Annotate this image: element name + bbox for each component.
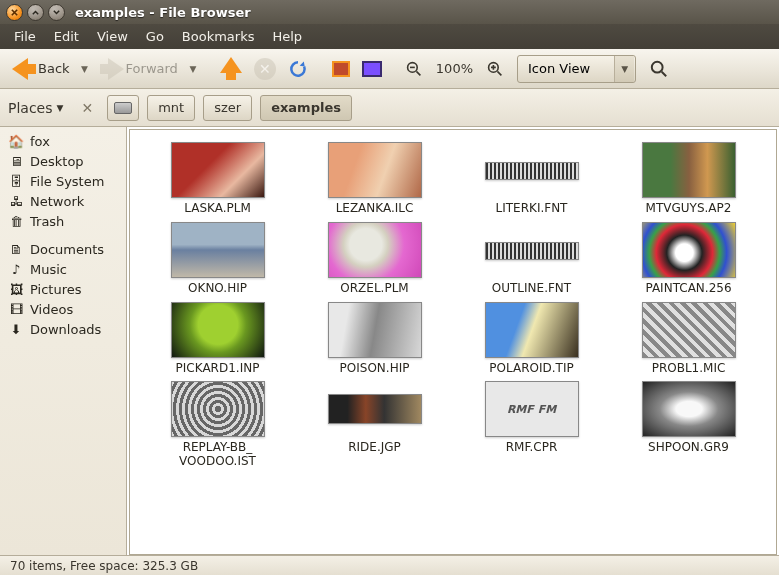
forward-button: Forward [96, 54, 182, 84]
file-item[interactable]: RMF FMRMF.CPR [462, 381, 602, 469]
file-item[interactable]: POISON.HIP [305, 302, 445, 376]
reload-button[interactable] [284, 54, 312, 84]
sidebar-item-desktop[interactable]: 🖥Desktop [0, 151, 126, 171]
file-name: OUTLINE.FNT [492, 282, 571, 296]
window-maximize-button[interactable] [48, 4, 65, 21]
drive-icon [114, 102, 132, 114]
back-button[interactable]: Back [8, 54, 74, 84]
sidebar-item-documents[interactable]: 🗎Documents [0, 239, 126, 259]
menu-go[interactable]: Go [138, 26, 172, 47]
path-segment-examples[interactable]: examples [260, 95, 352, 121]
search-icon [650, 60, 668, 78]
desktop-icon: 🖥 [8, 153, 24, 169]
zoom-in-button[interactable] [483, 54, 507, 84]
file-item[interactable]: ORZEL.PLM [305, 222, 445, 296]
file-item[interactable]: SHPOON.GR9 [619, 381, 759, 469]
file-name: LEZANKA.ILC [336, 202, 414, 216]
path-segment-szer[interactable]: szer [203, 95, 252, 121]
path-segment-mnt[interactable]: mnt [147, 95, 195, 121]
main-area: 🏠fox 🖥Desktop 🗄File System 🖧Network 🗑Tra… [0, 127, 779, 555]
file-item[interactable]: REPLAY-BB_ VOODOO.IST [148, 381, 288, 469]
file-name: POLAROID.TIP [489, 362, 573, 376]
status-text: 70 items, Free space: 325.3 GB [10, 559, 198, 573]
sidebar-item-pictures[interactable]: 🖼Pictures [0, 279, 126, 299]
file-thumbnail [171, 302, 265, 358]
pictures-icon: 🖼 [8, 281, 24, 297]
file-name: ORZEL.PLM [340, 282, 408, 296]
path-root-button[interactable] [107, 95, 139, 121]
back-label: Back [38, 61, 70, 76]
file-name: SHPOON.GR9 [648, 441, 729, 455]
file-thumbnail [328, 302, 422, 358]
menu-bookmarks[interactable]: Bookmarks [174, 26, 263, 47]
stop-button: ✕ [250, 54, 280, 84]
trash-icon: 🗑 [8, 213, 24, 229]
file-thumbnail [485, 242, 579, 260]
file-item[interactable]: PROBL1.MIC [619, 302, 759, 376]
file-item[interactable]: LITERKI.FNT [462, 142, 602, 216]
window-minimize-button[interactable] [27, 4, 44, 21]
stop-icon: ✕ [254, 58, 276, 80]
file-name: PICKARD1.INP [176, 362, 260, 376]
monitor-icon [362, 61, 382, 77]
up-button[interactable] [216, 54, 246, 84]
file-item[interactable]: LEZANKA.ILC [305, 142, 445, 216]
view-mode-combo[interactable]: Icon View ▼ [517, 55, 636, 83]
menu-help[interactable]: Help [264, 26, 310, 47]
menu-view[interactable]: View [89, 26, 136, 47]
file-name: LASKA.PLM [184, 202, 251, 216]
zoom-out-button[interactable] [402, 54, 426, 84]
file-name: PAINTCAN.256 [645, 282, 731, 296]
file-item[interactable]: MTVGUYS.AP2 [619, 142, 759, 216]
file-item[interactable]: PAINTCAN.256 [619, 222, 759, 296]
forward-history-dropdown: ▼ [186, 64, 200, 74]
window-titlebar: examples - File Browser [0, 0, 779, 24]
file-item[interactable]: PICKARD1.INP [148, 302, 288, 376]
file-name: RMF.CPR [506, 441, 557, 455]
zoom-in-icon [487, 61, 503, 77]
status-bar: 70 items, Free space: 325.3 GB [0, 555, 779, 575]
window-close-button[interactable] [6, 4, 23, 21]
downloads-icon: ⬇ [8, 321, 24, 337]
menubar: File Edit View Go Bookmarks Help [0, 24, 779, 49]
zoom-level: 100% [430, 61, 479, 76]
file-name: REPLAY-BB_ VOODOO.IST [179, 441, 256, 469]
file-item[interactable]: OKNO.HIP [148, 222, 288, 296]
sidebar-item-network[interactable]: 🖧Network [0, 191, 126, 211]
computer-button[interactable] [358, 54, 386, 84]
menu-file[interactable]: File [6, 26, 44, 47]
sidebar-item-downloads[interactable]: ⬇Downloads [0, 319, 126, 339]
back-history-dropdown[interactable]: ▼ [78, 64, 92, 74]
search-button[interactable] [646, 54, 672, 84]
file-grid[interactable]: LASKA.PLM LEZANKA.ILC LITERKI.FNT MTVGUY… [130, 130, 776, 554]
arrow-up-icon [220, 57, 242, 80]
sidebar-item-filesystem[interactable]: 🗄File System [0, 171, 126, 191]
home-button[interactable] [328, 54, 354, 84]
window-title: examples - File Browser [75, 5, 251, 20]
zoom-out-icon [406, 61, 422, 77]
videos-icon: 🎞 [8, 301, 24, 317]
file-name: RIDE.JGP [348, 441, 401, 455]
file-thumbnail [328, 142, 422, 198]
file-item[interactable]: RIDE.JGP [305, 381, 445, 469]
chevron-down-icon: ▼ [614, 56, 634, 82]
sidebar-item-music[interactable]: ♪Music [0, 259, 126, 279]
file-name: POISON.HIP [340, 362, 410, 376]
view-mode-label: Icon View [528, 61, 590, 76]
file-thumbnail [642, 381, 736, 437]
file-item[interactable]: LASKA.PLM [148, 142, 288, 216]
sidebar-item-videos[interactable]: 🎞Videos [0, 299, 126, 319]
reload-icon [288, 59, 308, 79]
places-close-button[interactable]: ✕ [75, 100, 99, 116]
menu-edit[interactable]: Edit [46, 26, 87, 47]
sidebar-item-trash[interactable]: 🗑Trash [0, 211, 126, 231]
file-item[interactable]: OUTLINE.FNT [462, 222, 602, 296]
sidebar-item-fox[interactable]: 🏠fox [0, 131, 126, 151]
file-thumbnail [642, 142, 736, 198]
places-pane-header[interactable]: Places▼ [8, 100, 63, 116]
svg-point-2 [652, 61, 663, 72]
drive-icon: 🗄 [8, 173, 24, 189]
file-thumbnail: RMF FM [485, 381, 579, 437]
file-item[interactable]: POLAROID.TIP [462, 302, 602, 376]
places-sidebar: 🏠fox 🖥Desktop 🗄File System 🖧Network 🗑Tra… [0, 127, 127, 555]
